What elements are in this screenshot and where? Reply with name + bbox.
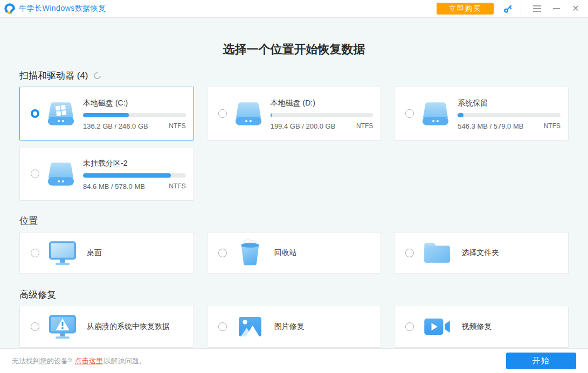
minimize-icon	[553, 8, 560, 9]
drive-icon	[46, 161, 75, 187]
desktop-icon	[49, 241, 77, 266]
help-suffix: 以解决问题。	[104, 357, 146, 365]
drive-filesystem: NTFS	[544, 122, 561, 130]
drives-section-title: 扫描和驱动器 (4)	[19, 69, 88, 82]
buy-now-button[interactable]: 立即购买	[437, 3, 494, 15]
drive-radio-c[interactable]	[31, 109, 39, 118]
drive-size: 84.6 MB / 578.0 MB	[83, 182, 145, 191]
drive-usage-bar	[458, 113, 561, 117]
advanced-card-photo-repair[interactable]: 图片修复	[207, 306, 382, 348]
hamburger-icon	[533, 5, 541, 12]
photo-repair-icon	[238, 316, 262, 337]
close-icon: ✕	[572, 4, 579, 13]
location-radio-choose-folder[interactable]	[405, 249, 414, 257]
location-card-recycle-bin[interactable]: 回收站	[207, 232, 382, 274]
drive-card-unmounted-2[interactable]: 未挂载分区-2 84.6 MB / 578.0 MB NTFS	[19, 147, 194, 201]
drive-icon	[421, 101, 450, 126]
location-label: 回收站	[274, 248, 297, 258]
location-label: 选择文件夹	[461, 248, 499, 258]
help-prefix: 无法找到您的设备?	[12, 357, 74, 365]
advanced-radio-crashed-system[interactable]	[31, 322, 39, 331]
drive-radio-system-reserved[interactable]	[405, 109, 414, 118]
advanced-radio-photo-repair[interactable]	[218, 322, 227, 331]
drive-filesystem: NTFS	[169, 182, 185, 190]
drive-name: 本地磁盘 (C:)	[83, 98, 186, 108]
drive-card-d[interactable]: 本地磁盘 (D:) 199.4 GB / 200.0 GB NTFS	[207, 87, 382, 140]
advanced-card-grid: 从崩溃的系统中恢复数据 图片修复	[19, 306, 569, 348]
location-card-grid: 桌面 回收站 选择文件夹	[19, 232, 569, 274]
drive-usage-bar	[83, 113, 186, 117]
location-card-choose-folder[interactable]: 选择文件夹	[394, 232, 569, 274]
drive-card-c[interactable]: 本地磁盘 (C:) 136.2 GB / 246.0 GB NTFS	[19, 87, 194, 140]
folder-icon	[423, 241, 452, 265]
drive-icon	[234, 101, 263, 126]
help-text: 无法找到您的设备? 点击这里以解决问题。	[12, 356, 146, 366]
recycle-bin-icon	[238, 239, 262, 267]
drive-name: 本地磁盘 (D:)	[271, 98, 373, 108]
locations-section-title: 位置	[19, 215, 38, 227]
footer-bar: 无法找到您的设备? 点击这里以解决问题。 开始	[0, 348, 588, 373]
drive-icon-windows	[46, 101, 75, 126]
drive-radio-d[interactable]	[218, 109, 227, 118]
drive-size: 136.2 GB / 246.0 GB	[83, 122, 148, 130]
main-content: 选择一个位置开始恢复数据 扫描和驱动器 (4) 本地磁盘 (C:)	[0, 18, 588, 348]
page-title: 选择一个位置开始恢复数据	[19, 41, 569, 58]
advanced-label: 从崩溃的系统中恢复数据	[87, 322, 170, 332]
drive-name: 未挂载分区-2	[83, 159, 186, 168]
location-label: 桌面	[87, 248, 102, 258]
click-here-link[interactable]: 点击这里	[75, 357, 103, 365]
drive-card-grid: 本地磁盘 (C:) 136.2 GB / 246.0 GB NTFS 本地磁盘 …	[19, 87, 569, 201]
location-radio-recycle-bin[interactable]	[218, 249, 227, 257]
close-button[interactable]: ✕	[569, 2, 583, 15]
advanced-radio-video-repair[interactable]	[405, 322, 414, 331]
titlebar-divider	[521, 3, 521, 14]
advanced-section-title: 高级修复	[19, 288, 56, 301]
video-repair-icon	[424, 316, 451, 337]
drive-filesystem: NTFS	[356, 122, 373, 130]
drive-name: 系统保留	[458, 98, 561, 108]
advanced-label: 视频修复	[461, 322, 492, 332]
drive-usage-bar	[271, 113, 373, 117]
app-logo-icon	[4, 3, 16, 15]
drive-card-system-reserved[interactable]: 系统保留 546.3 MB / 579.0 MB NTFS	[394, 87, 569, 140]
location-card-desktop[interactable]: 桌面	[19, 232, 194, 274]
title-bar: 牛学长Windows数据恢复 立即购买 ✕	[0, 0, 588, 18]
start-button[interactable]: 开始	[506, 353, 576, 369]
minimize-button[interactable]	[549, 2, 563, 15]
crashed-system-icon	[49, 314, 77, 340]
drive-size: 546.3 MB / 579.0 MB	[458, 122, 523, 130]
refresh-icon[interactable]	[92, 71, 102, 80]
advanced-card-crashed-system[interactable]: 从崩溃的系统中恢复数据	[19, 306, 194, 348]
location-radio-desktop[interactable]	[31, 249, 39, 257]
drive-filesystem: NTFS	[169, 122, 185, 130]
drive-size: 199.4 GB / 200.0 GB	[271, 122, 336, 130]
register-key-icon[interactable]	[503, 4, 513, 13]
drive-usage-bar	[83, 173, 186, 178]
advanced-card-video-repair[interactable]: 视频修复	[394, 306, 569, 348]
advanced-label: 图片修复	[274, 322, 305, 332]
app-title: 牛学长Windows数据恢复	[19, 4, 106, 13]
menu-button[interactable]	[530, 2, 544, 15]
drive-radio-unmounted-2[interactable]	[31, 170, 39, 178]
